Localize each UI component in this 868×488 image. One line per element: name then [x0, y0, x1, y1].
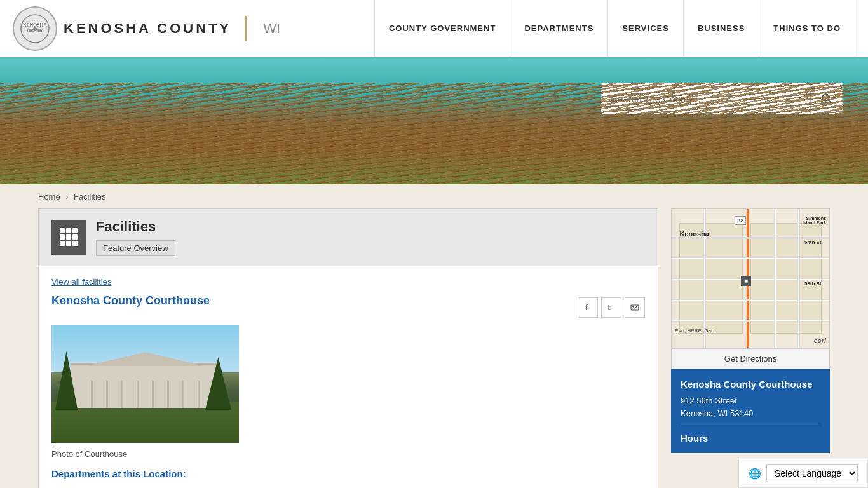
- nav-departments[interactable]: DEPARTMENTS: [510, 0, 607, 57]
- svg-rect-15: [66, 241, 71, 246]
- logo-emblem: KENOSHA COUNTY: [13, 6, 57, 51]
- map-road-v-3: [797, 209, 800, 348]
- hero-grass: [0, 95, 868, 184]
- logo-area: KENOSHA COUNTY KENOSHA COUNTY WI: [13, 6, 280, 51]
- logo-text: KENOSHA COUNTY: [64, 20, 231, 37]
- map-container[interactable]: Kenosha 32 54th St 58th St SimmonsIsland…: [671, 208, 830, 348]
- map-label-simmons: SimmonsIsland Park: [803, 216, 826, 225]
- map-label-58th: 58th St: [804, 281, 822, 287]
- logo-wi: WI: [263, 20, 280, 37]
- svg-point-3: [29, 29, 32, 32]
- nav-county-government[interactable]: COUNTY GOVERNMENT: [374, 0, 510, 57]
- get-directions-button[interactable]: Get Directions: [671, 348, 830, 369]
- language-bar: 🌐 Select Language: [738, 459, 868, 488]
- map-label-32: 32: [735, 216, 746, 225]
- svg-rect-11: [60, 234, 65, 240]
- social-icons: f 𝕥: [578, 297, 645, 318]
- courthouse-bg: [51, 325, 239, 443]
- main-layout: Facilities Feature Overview View all fac…: [0, 208, 868, 488]
- breadcrumb-bar: Home › Facilities: [0, 184, 868, 208]
- map-bg: Kenosha 32 54th St 58th St SimmonsIsland…: [672, 209, 829, 348]
- sidebar-divider: [681, 426, 820, 426]
- dept-title: Departments at this Location:: [51, 468, 645, 479]
- svg-point-4: [33, 27, 37, 31]
- address-line2: Kenosha, WI 53140: [681, 407, 820, 420]
- sidebar-hours-title: Hours: [681, 433, 820, 444]
- map-label-54th: 54th St: [804, 240, 822, 245]
- sidebar-address: 912 56th Street Kenosha, WI 53140: [681, 395, 820, 419]
- svg-text:f: f: [585, 303, 588, 312]
- view-all-link[interactable]: View all facilities: [51, 277, 111, 287]
- logo-divider: [245, 16, 247, 41]
- search-input[interactable]: [602, 93, 810, 104]
- hero-image: [0, 57, 868, 184]
- svg-line-7: [828, 100, 831, 104]
- main-nav: COUNTY GOVERNMENT DEPARTMENTS SERVICES B…: [280, 0, 855, 57]
- svg-point-6: [822, 94, 829, 101]
- twitter-button[interactable]: 𝕥: [601, 297, 621, 318]
- svg-rect-16: [72, 241, 78, 246]
- facility-body: View all facilities Kenosha County Court…: [39, 266, 658, 488]
- sidebar-panel: Kenosha 32 54th St 58th St SimmonsIsland…: [671, 208, 830, 488]
- svg-rect-12: [66, 234, 71, 240]
- svg-rect-10: [72, 228, 78, 233]
- facilities-title-area: Facilities Feature Overview: [96, 219, 645, 256]
- translate-icon: 🌐: [749, 468, 761, 480]
- sidebar-location-name: Kenosha County Courthouse: [681, 379, 820, 390]
- svg-rect-14: [60, 241, 65, 246]
- svg-rect-8: [60, 228, 65, 233]
- map-marker: [741, 276, 751, 286]
- search-container: [601, 83, 843, 114]
- breadcrumb-home[interactable]: Home: [38, 192, 60, 201]
- breadcrumb-separator: ›: [65, 192, 68, 201]
- feature-overview-button[interactable]: Feature Overview: [96, 240, 175, 256]
- map-road-v-2: [774, 209, 776, 348]
- language-select[interactable]: Select Language: [766, 464, 858, 482]
- email-button[interactable]: [625, 297, 645, 318]
- facilities-title: Facilities: [96, 219, 645, 235]
- svg-rect-9: [66, 228, 71, 233]
- map-label-kenosha: Kenosha: [679, 230, 709, 238]
- svg-rect-13: [72, 234, 78, 240]
- svg-point-5: [37, 29, 41, 32]
- sidebar-info: Kenosha County Courthouse 912 56th Stree…: [671, 369, 830, 453]
- facility-photo: [51, 325, 239, 443]
- facilities-icon: [51, 220, 86, 255]
- nav-business[interactable]: BUSINESS: [683, 0, 759, 57]
- facebook-button[interactable]: f: [578, 297, 598, 318]
- breadcrumb-current: Facilities: [74, 192, 106, 201]
- facility-name: Kenosha County Courthouse: [51, 294, 645, 308]
- search-button[interactable]: [810, 83, 842, 114]
- nav-things-to-do[interactable]: THINGS TO DO: [759, 0, 855, 57]
- nav-services[interactable]: SERVICES: [607, 0, 683, 57]
- main-panel: Facilities Feature Overview View all fac…: [38, 208, 658, 488]
- svg-text:𝕥: 𝕥: [607, 304, 611, 311]
- facilities-header: Facilities Feature Overview: [39, 209, 658, 266]
- hero-section: [0, 57, 868, 184]
- map-road-h-5: [672, 320, 829, 322]
- svg-text:KENOSHA: KENOSHA: [23, 22, 47, 28]
- map-road-h-2: [672, 257, 829, 259]
- address-line1: 912 56th Street: [681, 395, 820, 407]
- esri-badge: esri: [813, 337, 826, 344]
- photo-caption: Photo of Courthouse: [51, 449, 645, 459]
- map-label-esri-here: Esri, HERE, Gar...: [675, 328, 717, 334]
- site-header: KENOSHA COUNTY KENOSHA COUNTY WI COUNTY …: [0, 0, 868, 57]
- map-road-h-4: [672, 299, 829, 301]
